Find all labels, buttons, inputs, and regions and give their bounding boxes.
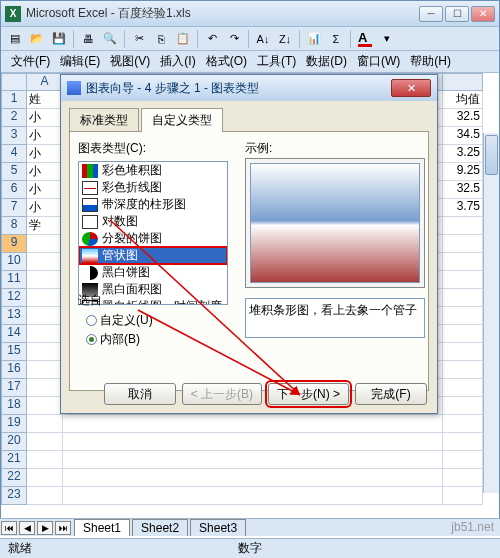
row-header[interactable]: 19 — [1, 415, 27, 433]
close-button[interactable]: ✕ — [471, 6, 495, 22]
list-item[interactable]: 带深度的柱形图 — [79, 196, 227, 213]
cell[interactable] — [27, 307, 63, 325]
row-header[interactable]: 1 — [1, 91, 27, 109]
cell[interactable] — [27, 361, 63, 379]
save-icon[interactable]: 💾 — [49, 29, 69, 49]
cell[interactable] — [27, 397, 63, 415]
row-23[interactable]: 23 — [1, 487, 499, 505]
row-header[interactable]: 3 — [1, 127, 27, 145]
menu-view[interactable]: 视图(V) — [106, 51, 154, 72]
sheet-tab-2[interactable]: Sheet2 — [132, 519, 188, 536]
cell[interactable] — [443, 379, 483, 397]
cell[interactable] — [27, 433, 63, 451]
row-header[interactable]: 5 — [1, 163, 27, 181]
row-header[interactable]: 13 — [1, 307, 27, 325]
row-header[interactable]: 18 — [1, 397, 27, 415]
minimize-button[interactable]: ─ — [419, 6, 443, 22]
cell[interactable] — [63, 469, 443, 487]
cancel-button[interactable]: 取消 — [104, 383, 176, 405]
cell[interactable]: 34.5 — [443, 127, 483, 145]
col-header-a[interactable]: A — [27, 73, 63, 91]
cell[interactable] — [443, 397, 483, 415]
cell[interactable]: 32.5 — [443, 181, 483, 199]
cell[interactable] — [63, 433, 443, 451]
sheet-tab-1[interactable]: Sheet1 — [74, 519, 130, 536]
row-header[interactable]: 23 — [1, 487, 27, 505]
row-header[interactable]: 4 — [1, 145, 27, 163]
sum-icon[interactable]: Σ — [326, 29, 346, 49]
preview-icon[interactable]: 🔍 — [100, 29, 120, 49]
menu-format[interactable]: 格式(O) — [202, 51, 251, 72]
row-header[interactable]: 15 — [1, 343, 27, 361]
row-header[interactable]: 22 — [1, 469, 27, 487]
cell[interactable] — [443, 217, 483, 235]
maximize-button[interactable]: ☐ — [445, 6, 469, 22]
cell[interactable] — [63, 451, 443, 469]
cell[interactable] — [27, 469, 63, 487]
row-header[interactable]: 7 — [1, 199, 27, 217]
cell[interactable] — [443, 271, 483, 289]
cell[interactable]: 小 — [27, 199, 63, 217]
undo-icon[interactable]: ↶ — [202, 29, 222, 49]
print-icon[interactable]: 🖶 — [78, 29, 98, 49]
cell[interactable] — [443, 433, 483, 451]
cell[interactable] — [443, 253, 483, 271]
scroll-thumb[interactable] — [485, 135, 498, 175]
paste-icon[interactable]: 📋 — [173, 29, 193, 49]
row-header[interactable]: 16 — [1, 361, 27, 379]
menu-help[interactable]: 帮助(H) — [406, 51, 455, 72]
cell[interactable]: 小 — [27, 127, 63, 145]
menu-window[interactable]: 窗口(W) — [353, 51, 404, 72]
cell[interactable] — [27, 487, 63, 505]
cell[interactable] — [443, 469, 483, 487]
chart-type-listbox[interactable]: 彩色堆积图 彩色折线图 带深度的柱形图 对数图 分裂的饼图 管状图 黑白饼图 黑… — [78, 161, 228, 305]
next-button[interactable]: 下一步(N) > — [268, 383, 349, 405]
cell[interactable] — [27, 253, 63, 271]
new-icon[interactable]: ▤ — [5, 29, 25, 49]
open-icon[interactable]: 📂 — [27, 29, 47, 49]
sort-desc-icon[interactable]: Z↓ — [275, 29, 295, 49]
menu-insert[interactable]: 插入(I) — [156, 51, 199, 72]
cell[interactable] — [27, 235, 63, 253]
row-header[interactable]: 2 — [1, 109, 27, 127]
col-header-right[interactable] — [443, 73, 483, 91]
cell[interactable] — [443, 343, 483, 361]
copy-icon[interactable]: ⎘ — [151, 29, 171, 49]
cell[interactable] — [27, 379, 63, 397]
back-button[interactable]: < 上一步(B) — [182, 383, 262, 405]
list-item[interactable]: 分裂的饼图 — [79, 230, 227, 247]
row-header[interactable]: 8 — [1, 217, 27, 235]
cell[interactable] — [443, 415, 483, 433]
cell[interactable] — [443, 307, 483, 325]
cell[interactable]: 9.25 — [443, 163, 483, 181]
row-header[interactable]: 9 — [1, 235, 27, 253]
list-item[interactable]: 彩色堆积图 — [79, 162, 227, 179]
menu-file[interactable]: 文件(F) — [7, 51, 54, 72]
cell[interactable]: 小 — [27, 109, 63, 127]
cell[interactable] — [27, 325, 63, 343]
row-20[interactable]: 20 — [1, 433, 499, 451]
row-21[interactable]: 21 — [1, 451, 499, 469]
cell[interactable] — [63, 415, 443, 433]
menu-edit[interactable]: 编辑(E) — [56, 51, 104, 72]
tab-nav-first-icon[interactable]: ⏮ — [1, 521, 17, 535]
cell[interactable] — [27, 451, 63, 469]
menu-tools[interactable]: 工具(T) — [253, 51, 300, 72]
row-header[interactable]: 10 — [1, 253, 27, 271]
cell[interactable]: 3.25 — [443, 145, 483, 163]
cell[interactable]: 姓 — [27, 91, 63, 109]
cell[interactable]: 小 — [27, 163, 63, 181]
cell[interactable] — [443, 289, 483, 307]
cell[interactable] — [443, 361, 483, 379]
row-19[interactable]: 19 — [1, 415, 499, 433]
radio-custom-row[interactable]: 自定义(U) — [86, 312, 153, 329]
row-22[interactable]: 22 — [1, 469, 499, 487]
select-all-corner[interactable] — [1, 73, 27, 91]
cell[interactable] — [443, 487, 483, 505]
row-header[interactable]: 12 — [1, 289, 27, 307]
cell[interactable]: 学 — [27, 217, 63, 235]
cell[interactable]: 32.5 — [443, 109, 483, 127]
list-item-selected[interactable]: 管状图 — [79, 247, 227, 264]
cell[interactable] — [443, 451, 483, 469]
font-color-button[interactable]: A — [355, 29, 375, 49]
